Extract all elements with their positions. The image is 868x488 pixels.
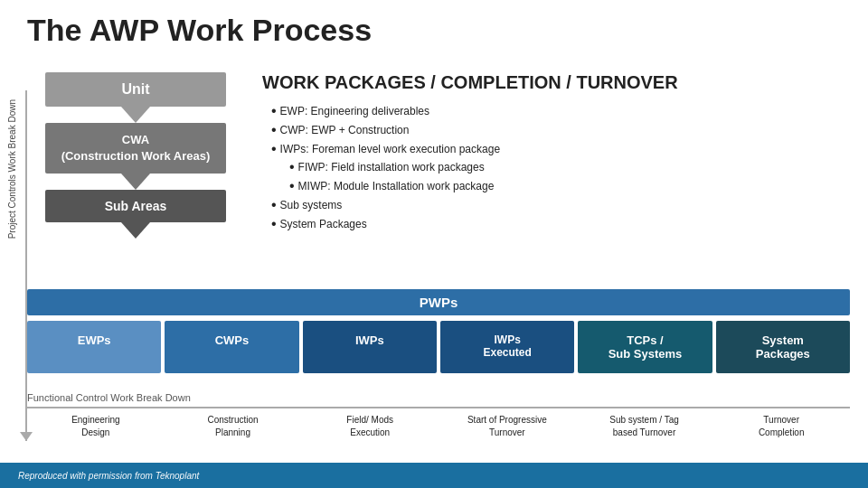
footer: Reproduced with permission from Teknopla… bbox=[0, 463, 868, 488]
pwp-cwps: CWPs bbox=[165, 321, 298, 373]
pwps-boxes: EWPs CWPs IWPs IWPsExecuted TCPs /Sub Sy… bbox=[27, 321, 850, 373]
cwa-sublabel: (Construction Work Areas) bbox=[61, 149, 211, 163]
pwp-syspkg: SystemPackages bbox=[716, 321, 850, 373]
left-column: Unit CWA (Construction Work Areas) Sub A… bbox=[27, 72, 244, 239]
bullet-subsys: • Sub systems bbox=[271, 196, 850, 215]
cwa-box: CWA (Construction Work Areas) bbox=[45, 123, 226, 174]
cwa-label: CWA bbox=[122, 133, 149, 146]
func-turnover-complete: TurnoverCompletion bbox=[712, 412, 850, 441]
page-title: The AWP Work Process bbox=[27, 13, 372, 48]
bullet-ewp: • EWP: Engineering deliverables bbox=[271, 102, 850, 121]
pwp-ewps: EWPs bbox=[27, 321, 161, 373]
functional-label: Functional Control Work Break Down bbox=[27, 392, 850, 403]
arrow-sub-pwp bbox=[121, 222, 150, 239]
bullet-fiwp: • FIWP: Field installation work packages bbox=[289, 158, 850, 177]
pwp-iwps-exec: IWPsExecuted bbox=[440, 321, 574, 373]
arrow-unit-cwa bbox=[121, 107, 150, 123]
pwp-iwps: IWPs bbox=[303, 321, 437, 373]
pwps-section: PWPs EWPs CWPs IWPs IWPsExecuted TCPs /S… bbox=[27, 289, 850, 373]
func-field-mods: Field/ ModsExecution bbox=[301, 412, 439, 441]
functional-items: EngineeringDesign ConstructionPlanning F… bbox=[27, 407, 850, 441]
subareas-box: Sub Areas bbox=[45, 190, 226, 222]
iwp-sub-bullets: • FIWP: Field installation work packages… bbox=[289, 158, 850, 196]
func-prog-turnover: Start of ProgressiveTurnover bbox=[439, 412, 576, 441]
wp-section-title: WORK PACKAGES / COMPLETION / TURNOVER bbox=[262, 72, 850, 93]
func-tag-turnover: Sub system / Tagbased Turnover bbox=[576, 412, 713, 441]
bullet-miwp: • MIWP: Module Installation work package bbox=[289, 177, 850, 196]
bullets-list: • EWP: Engineering deliverables • CWP: E… bbox=[271, 102, 850, 234]
functional-bar: Functional Control Work Break Down Engin… bbox=[27, 392, 850, 441]
bullet-syspkg: • System Packages bbox=[271, 215, 850, 234]
arrow-cwa-sub bbox=[121, 174, 150, 190]
vertical-label: Project Controls Work Break Down bbox=[7, 99, 17, 239]
unit-box: Unit bbox=[45, 72, 226, 107]
bullet-iwp: • IWPs: Foreman level work execution pac… bbox=[271, 140, 850, 159]
func-eng-design: EngineeringDesign bbox=[27, 412, 165, 441]
bullet-cwp: • CWP: EWP + Construction bbox=[271, 121, 850, 140]
pwp-tcps: TCPs /Sub Systems bbox=[578, 321, 712, 373]
footer-text: Reproduced with permission from Teknopla… bbox=[18, 471, 199, 481]
right-column: WORK PACKAGES / COMPLETION / TURNOVER • … bbox=[262, 72, 850, 234]
pwps-label: PWPs bbox=[27, 289, 850, 315]
func-const-plan: ConstructionPlanning bbox=[165, 412, 302, 441]
